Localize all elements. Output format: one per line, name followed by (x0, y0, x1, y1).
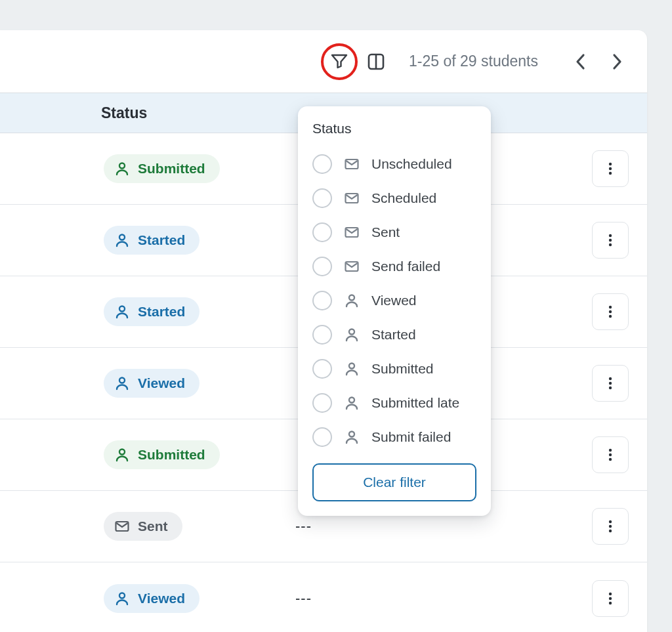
more-vertical-icon (602, 375, 618, 391)
person-icon (114, 161, 130, 177)
mail-icon (343, 190, 361, 206)
radio-indicator (312, 257, 332, 276)
status-badge-label: Viewed (138, 375, 185, 391)
person-icon (343, 361, 361, 377)
filter-popover-title: Status (312, 121, 476, 137)
filter-option[interactable]: Submitted late (312, 386, 476, 420)
mail-icon-inner (344, 190, 360, 206)
row-actions-button[interactable] (592, 365, 629, 402)
person-icon (343, 293, 361, 308)
person-icon (114, 304, 130, 320)
main-panel: 1-25 of 29 students Status SubmittedStar… (0, 30, 647, 632)
status-badge-label: Started (138, 232, 185, 248)
status-badge-label: Submitted (138, 161, 205, 177)
more-vertical-icon (602, 304, 618, 320)
person-icon (114, 447, 130, 463)
filter-option[interactable]: Unscheduled (312, 147, 476, 181)
prev-page-button[interactable] (570, 50, 593, 74)
filter-option-label: Unscheduled (371, 156, 452, 172)
mail-icon (343, 156, 361, 172)
mail-icon (114, 518, 130, 534)
filter-option[interactable]: Scheduled (312, 181, 476, 215)
table-row: Viewed--- (0, 562, 647, 632)
radio-indicator (312, 427, 332, 447)
chevron-left-icon (572, 53, 591, 71)
status-column-header: Status (101, 104, 147, 122)
filter-option-label: Submitted late (371, 395, 459, 411)
person-icon (114, 591, 130, 606)
columns-button[interactable] (367, 53, 385, 71)
row-actions-button[interactable] (592, 222, 629, 259)
next-page-button[interactable] (605, 50, 629, 74)
person-icon (343, 429, 361, 445)
filter-option[interactable]: Submitted (312, 352, 476, 386)
status-badge: Sent (104, 512, 182, 541)
radio-indicator (312, 325, 332, 345)
status-badge: Started (104, 226, 200, 255)
row-actions-button[interactable] (592, 150, 629, 187)
pagination-text: 1-25 of 29 students (409, 53, 538, 70)
filter-option-label: Scheduled (371, 190, 436, 206)
person-icon (343, 395, 361, 411)
status-badge-label: Submitted (138, 447, 205, 463)
person-icon-inner (344, 429, 360, 445)
filter-option-label: Submitted (371, 361, 434, 377)
filter-option-label: Viewed (371, 293, 417, 308)
filter-option[interactable]: Submit failed (312, 420, 476, 454)
more-vertical-icon (602, 161, 618, 177)
person-icon (343, 327, 361, 343)
person-icon-inner (344, 293, 360, 308)
status-badge: Viewed (104, 584, 200, 613)
toolbar-icon-group (321, 43, 385, 80)
radio-indicator (312, 291, 332, 310)
person-icon (114, 232, 130, 248)
person-icon-inner (344, 327, 360, 343)
status-badge-label: Started (138, 304, 185, 320)
person-icon (114, 375, 130, 391)
row-actions-button[interactable] (592, 293, 629, 330)
status-badge: Started (104, 297, 200, 326)
more-vertical-icon (602, 591, 618, 606)
more-vertical-icon (602, 232, 618, 248)
filter-button[interactable] (321, 43, 358, 80)
mail-icon (343, 259, 361, 274)
person-icon-inner (344, 395, 360, 411)
status-badge: Viewed (104, 369, 200, 398)
status-badge-label: Viewed (138, 591, 185, 606)
filter-option[interactable]: Viewed (312, 284, 476, 318)
row-actions-button[interactable] (592, 436, 629, 473)
status-badge: Submitted (104, 440, 220, 469)
filter-option-label: Started (371, 327, 416, 343)
filter-icon (330, 53, 348, 71)
clear-filter-button[interactable]: Clear filter (312, 463, 476, 501)
toolbar: 1-25 of 29 students (0, 30, 647, 93)
filter-options-list: UnscheduledScheduledSentSend failedViewe… (312, 147, 476, 454)
chevron-right-icon (608, 53, 626, 71)
mail-icon-inner (344, 224, 360, 240)
filter-popover: Status UnscheduledScheduledSentSend fail… (298, 106, 491, 516)
radio-indicator (312, 188, 332, 208)
mail-icon (343, 224, 361, 240)
filter-option[interactable]: Send failed (312, 249, 476, 284)
empty-value: --- (295, 518, 312, 535)
filter-option[interactable]: Sent (312, 215, 476, 249)
status-badge-label: Sent (138, 518, 168, 534)
person-icon-inner (344, 361, 360, 377)
empty-value: --- (295, 590, 312, 607)
row-actions-button[interactable] (592, 580, 629, 617)
filter-option-label: Sent (371, 224, 400, 240)
radio-indicator (312, 359, 332, 379)
filter-option-label: Send failed (371, 259, 440, 274)
filter-option-label: Submit failed (371, 429, 451, 445)
columns-icon (367, 53, 385, 71)
status-badge: Submitted (104, 154, 220, 183)
more-vertical-icon (602, 447, 618, 463)
radio-indicator (312, 154, 332, 174)
radio-indicator (312, 222, 332, 242)
more-vertical-icon (602, 518, 618, 534)
radio-indicator (312, 393, 332, 413)
row-actions-button[interactable] (592, 508, 629, 545)
mail-icon-inner (344, 259, 360, 274)
mail-icon-inner (344, 156, 360, 172)
filter-option[interactable]: Started (312, 318, 476, 352)
